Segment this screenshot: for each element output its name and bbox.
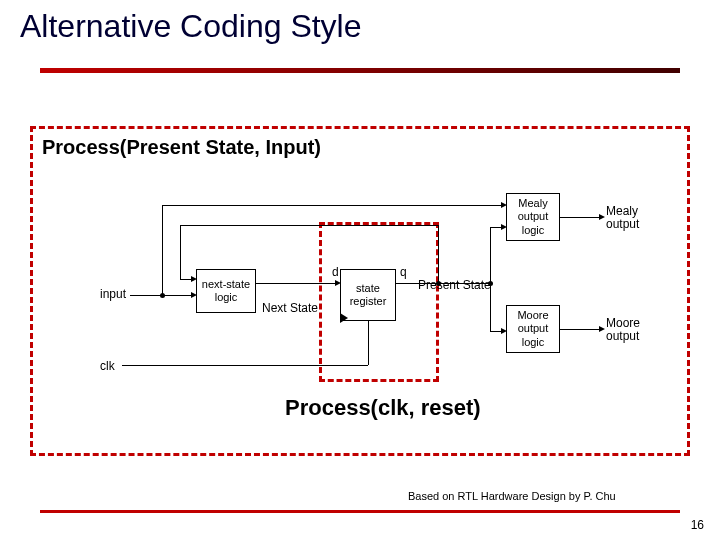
wire-q-mealy-h: [490, 227, 502, 228]
inner-process-label: Process(clk, reset): [285, 395, 481, 421]
wire-ns-to-reg: [256, 283, 336, 284]
wire-input-to-mealy: [162, 205, 502, 206]
wire-fb-v2: [180, 225, 181, 279]
q-label: q: [400, 265, 407, 279]
state-register-text: state register: [350, 282, 387, 308]
wire-q-moore-h: [490, 331, 502, 332]
wire-mealy-out: [560, 217, 600, 218]
next-state-label: Next State: [262, 301, 318, 315]
wire-moore-out: [560, 329, 600, 330]
clk-triangle-icon: [340, 313, 348, 323]
mealy-logic-text: Mealy output logic: [518, 197, 549, 237]
wire-q-moore-v: [490, 283, 491, 331]
next-state-logic-block: next-state logic: [196, 269, 256, 313]
state-register-block: state register: [340, 269, 396, 321]
wire-q-out: [396, 283, 490, 284]
mealy-output-label: Mealy output: [606, 205, 639, 231]
wire-clk-h: [122, 365, 368, 366]
page-title: Alternative Coding Style: [20, 8, 362, 45]
next-state-logic-text: next-state logic: [202, 278, 250, 304]
wire-input-tap-v: [162, 205, 163, 295]
present-state-label: Present State: [418, 278, 491, 292]
moore-output-label: Moore output: [606, 317, 640, 343]
mealy-logic-block: Mealy output logic: [506, 193, 560, 241]
wire-fb-v1: [438, 225, 439, 283]
clk-label: clk: [100, 359, 115, 373]
moore-logic-text: Moore output logic: [517, 309, 548, 349]
wire-q-mealy-v: [490, 227, 491, 283]
moore-logic-block: Moore output logic: [506, 305, 560, 353]
d-label: d: [332, 265, 339, 279]
title-rule: [40, 68, 680, 73]
wire-fb-h: [180, 225, 438, 226]
outer-process-label: Process(Present State, Input): [42, 136, 321, 159]
page-number: 16: [691, 518, 704, 532]
wire-fb-in: [180, 279, 192, 280]
footer-credit: Based on RTL Hardware Design by P. Chu: [408, 490, 616, 502]
footer-rule: [40, 510, 680, 513]
slide: Alternative Coding Style Process(Present…: [0, 0, 720, 540]
wire-clk-v: [368, 321, 369, 365]
input-label: input: [100, 287, 126, 301]
